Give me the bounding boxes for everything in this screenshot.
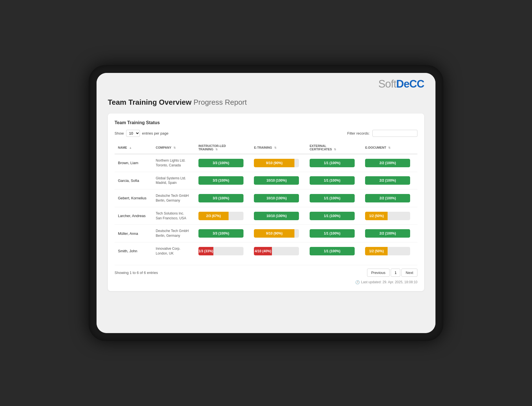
cell-edoc: 2/2 (100%) bbox=[362, 154, 417, 172]
progress-fill-ilt: 2/3 (67%) bbox=[198, 212, 229, 220]
badge-etraining: 10/10 (100%) bbox=[254, 212, 299, 220]
table-row: Brown, LiamNorthern Lights Ltd.Toronto, … bbox=[115, 154, 417, 172]
progress-empty-ilt bbox=[229, 212, 243, 220]
cell-ilt: 1/3 (33%) bbox=[195, 242, 251, 260]
cell-edoc: 2/2 (100%) bbox=[362, 225, 417, 242]
col-name[interactable]: NAME ▲ bbox=[115, 141, 152, 154]
cell-etraining: 10/10 (100%) bbox=[251, 189, 306, 207]
cell-company: Global Systems Ltd.Madrid, Spain bbox=[152, 172, 195, 189]
progress-ilt: 2/3 (67%) bbox=[198, 212, 243, 220]
progress-empty-etraining bbox=[294, 159, 299, 167]
app-logo: SoftDeCC bbox=[378, 78, 424, 90]
cell-company: Deutsche Tech GmbHBerlin, Germany bbox=[152, 225, 195, 242]
cell-ilt: 2/3 (67%) bbox=[195, 207, 251, 225]
cell-edoc: 2/2 (100%) bbox=[362, 172, 417, 189]
last-updated: 🕐 Last updated: 29. Apr. 2025, 18:08:10 bbox=[115, 280, 417, 284]
badge-extcert: 1/1 (100%) bbox=[310, 229, 355, 238]
card-title: Team Training Status bbox=[115, 120, 417, 125]
filter-label: Filter records: bbox=[347, 131, 370, 135]
table-row: Müller, AnnaDeutsche Tech GmbHBerlin, Ge… bbox=[115, 225, 417, 242]
cell-name: Garcia, Sofia bbox=[115, 172, 152, 189]
cell-etraining: 9/10 (90%) bbox=[251, 154, 306, 172]
filter-input[interactable] bbox=[372, 130, 417, 137]
badge-ilt: 3/3 (100%) bbox=[198, 229, 243, 238]
sort-icon-edoc: ⇅ bbox=[388, 146, 390, 149]
badge-ilt: 3/3 (100%) bbox=[198, 194, 243, 202]
sort-icon-etraining: ⇅ bbox=[274, 146, 276, 149]
last-updated-text: Last updated: 29. Apr. 2025, 18:08:10 bbox=[361, 280, 417, 284]
logo-decc: DeCC bbox=[396, 78, 424, 90]
progress-fill-etraining: 9/10 (90%) bbox=[254, 159, 294, 167]
col-ilt[interactable]: INSTRUCTOR-LEDTRAINING ⇅ bbox=[195, 141, 251, 154]
next-button[interactable]: Next bbox=[401, 269, 417, 277]
badge-edoc: 2/2 (100%) bbox=[365, 229, 410, 238]
sort-icon-extcert: ⇅ bbox=[334, 148, 336, 151]
showing-text: Showing 1 to 6 of 6 entries bbox=[115, 271, 158, 275]
badge-extcert: 1/1 (100%) bbox=[310, 176, 355, 185]
show-entries-control: Show 10 25 50 entries per page bbox=[115, 130, 168, 137]
cell-ilt: 3/3 (100%) bbox=[195, 172, 251, 189]
cell-company: Innovative Corp.London, UK bbox=[152, 242, 195, 260]
cell-etraining: 4/10 (40%) bbox=[251, 242, 306, 260]
cell-etraining: 10/10 (100%) bbox=[251, 207, 306, 225]
cell-name: Larcher, Andreas bbox=[115, 207, 152, 225]
cell-extcert: 1/1 (100%) bbox=[306, 189, 362, 207]
logo-soft: Soft bbox=[378, 78, 396, 90]
cell-edoc: 1/2 (50%) bbox=[362, 207, 417, 225]
progress-empty-edoc bbox=[388, 247, 410, 255]
badge-extcert: 1/1 (100%) bbox=[310, 247, 355, 255]
logo-area: SoftDeCC bbox=[97, 73, 435, 92]
badge-ilt: 3/3 (100%) bbox=[198, 176, 243, 185]
col-extcert[interactable]: EXTERNALCERTIFICATES ⇅ bbox=[306, 141, 362, 154]
progress-etraining: 9/10 (90%) bbox=[254, 229, 299, 238]
cell-extcert: 1/1 (100%) bbox=[306, 172, 362, 189]
sort-icon-name: ▲ bbox=[129, 146, 132, 149]
screen-content: Team Training Overview Progress Report T… bbox=[97, 92, 435, 333]
cell-name: Brown, Liam bbox=[115, 154, 152, 172]
progress-fill-edoc: 1/2 (50%) bbox=[365, 212, 388, 220]
cell-extcert: 1/1 (100%) bbox=[306, 242, 362, 260]
entries-per-page-select[interactable]: 10 25 50 bbox=[126, 130, 140, 137]
progress-ilt: 1/3 (33%) bbox=[198, 247, 243, 255]
pagination: Previous 1 Next bbox=[367, 269, 417, 277]
table-footer: Showing 1 to 6 of 6 entries Previous 1 N… bbox=[115, 265, 417, 277]
col-edoc[interactable]: E-DOCUMENT ⇅ bbox=[362, 141, 417, 154]
badge-etraining: 10/10 (100%) bbox=[254, 176, 299, 185]
badge-extcert: 1/1 (100%) bbox=[310, 194, 355, 202]
badge-edoc: 2/2 (100%) bbox=[365, 194, 410, 202]
show-label: Show bbox=[115, 131, 124, 135]
progress-fill-edoc: 1/2 (50%) bbox=[365, 247, 388, 255]
badge-edoc: 2/2 (100%) bbox=[365, 159, 410, 167]
progress-fill-etraining: 9/10 (90%) bbox=[254, 229, 294, 238]
page-title: Team Training Overview Progress Report bbox=[108, 98, 424, 107]
table-controls: Show 10 25 50 entries per page Filter re… bbox=[115, 130, 417, 137]
cell-extcert: 1/1 (100%) bbox=[306, 154, 362, 172]
cell-edoc: 2/2 (100%) bbox=[362, 189, 417, 207]
table-row: Garcia, SofiaGlobal Systems Ltd.Madrid, … bbox=[115, 172, 417, 189]
cell-etraining: 10/10 (100%) bbox=[251, 172, 306, 189]
progress-empty-edoc bbox=[388, 212, 410, 220]
filter-area: Filter records: bbox=[347, 130, 417, 137]
cell-company: Deutsche Tech GmbHBerlin, Germany bbox=[152, 189, 195, 207]
cell-company: Tech Solutions Inc.San Francisco, USA bbox=[152, 207, 195, 225]
training-table: NAME ▲ COMPANY ⇅ INSTRUCTOR-LEDTRAINING … bbox=[115, 141, 417, 260]
clock-icon: 🕐 bbox=[355, 280, 360, 284]
col-etraining[interactable]: E-TRAINING ⇅ bbox=[251, 141, 306, 154]
progress-fill-ilt: 1/3 (33%) bbox=[198, 247, 213, 255]
col-company[interactable]: COMPANY ⇅ bbox=[152, 141, 195, 154]
cell-ilt: 3/3 (100%) bbox=[195, 154, 251, 172]
cell-extcert: 1/1 (100%) bbox=[306, 225, 362, 242]
progress-edoc: 1/2 (50%) bbox=[365, 247, 410, 255]
table-row: Smith, JohnInnovative Corp.London, UK1/3… bbox=[115, 242, 417, 260]
table-row: Gebert, KorneliusDeutsche Tech GmbHBerli… bbox=[115, 189, 417, 207]
sort-icon-ilt: ⇅ bbox=[215, 148, 218, 151]
prev-button[interactable]: Previous bbox=[367, 269, 390, 277]
cell-edoc: 1/2 (50%) bbox=[362, 242, 417, 260]
entries-label: entries per page bbox=[142, 131, 169, 135]
cell-ilt: 3/3 (100%) bbox=[195, 189, 251, 207]
table-header-row: NAME ▲ COMPANY ⇅ INSTRUCTOR-LEDTRAINING … bbox=[115, 141, 417, 154]
cell-company: Northern Lights Ltd.Toronto, Canada bbox=[152, 154, 195, 172]
cell-name: Smith, John bbox=[115, 242, 152, 260]
progress-etraining: 9/10 (90%) bbox=[254, 159, 299, 167]
progress-fill-etraining: 4/10 (40%) bbox=[254, 247, 272, 255]
